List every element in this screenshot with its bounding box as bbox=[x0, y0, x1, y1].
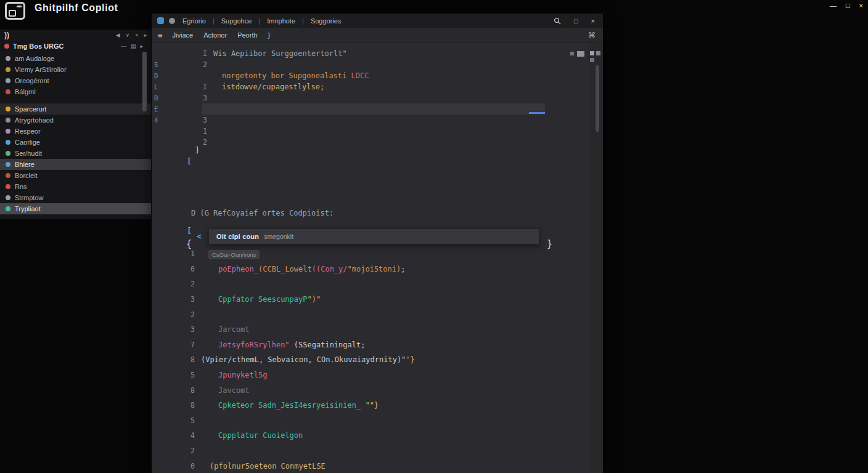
code-line[interactable]: 4Cppplatur Cuoielgon bbox=[152, 428, 589, 443]
code-token: } bbox=[411, 355, 415, 364]
scrollbar-thumb[interactable] bbox=[596, 65, 599, 132]
sidebar-item-label: Trypliaot bbox=[15, 205, 41, 212]
autocomplete-dropdown[interactable]: Oit cipl coun smegonkit bbox=[208, 228, 539, 245]
code-line[interactable]: Dnorgetonty bor Supgonealasti LDCC bbox=[152, 70, 589, 81]
menu-item[interactable]: Peorth bbox=[237, 31, 257, 39]
sidebar-item-label: am Audaloge bbox=[15, 55, 54, 62]
editor-window: Egriorio|Supgohce|Imnphote|Soggories □ ×… bbox=[152, 14, 603, 473]
window-close-button[interactable]: × bbox=[591, 17, 595, 25]
menu-item[interactable]: Actonor bbox=[203, 31, 227, 39]
toolbar-icon[interactable]: ▤ bbox=[131, 43, 136, 49]
item-icon bbox=[6, 151, 10, 156]
screen-minimize-button[interactable]: — bbox=[830, 2, 837, 9]
line-number: 2 bbox=[152, 280, 195, 288]
menu-item[interactable]: } bbox=[268, 31, 271, 39]
item-icon bbox=[6, 162, 10, 167]
sidebar-item[interactable]: Oreogéront bbox=[0, 75, 151, 86]
toolbar-icon[interactable]: ∨ bbox=[126, 32, 130, 38]
line-number: 8 bbox=[152, 401, 195, 410]
code-line[interactable]: LIistdowve/cupagestlylse; bbox=[152, 81, 589, 92]
toolbar-icon[interactable]: ▸ bbox=[144, 32, 147, 38]
search-icon[interactable] bbox=[554, 17, 561, 25]
code-line[interactable]: 1 bbox=[152, 246, 589, 262]
code-token: Jarcomt bbox=[218, 325, 250, 334]
sidebar-item[interactable]: Bhiere bbox=[0, 159, 151, 170]
sidebar-item[interactable]: Rns bbox=[0, 181, 151, 192]
code-line[interactable]: E0 bbox=[152, 103, 589, 115]
window-titlebar: Egriorio|Supgohce|Imnphote|Soggories □ × bbox=[152, 14, 603, 28]
sidebar-item[interactable]: Bálgml bbox=[0, 86, 151, 97]
current-line-highlight bbox=[202, 103, 545, 115]
item-icon bbox=[6, 140, 10, 145]
toolbar-icon[interactable]: ◀ bbox=[116, 32, 120, 38]
sidebar-item[interactable]: Borcleit bbox=[0, 170, 151, 181]
item-icon bbox=[6, 206, 10, 211]
code-line[interactable]: 2 bbox=[152, 277, 589, 292]
item-icon bbox=[6, 118, 10, 123]
code-line[interactable]: 2 bbox=[152, 307, 589, 322]
chevron-icon: < bbox=[197, 232, 202, 241]
code-line[interactable]: 5 bbox=[152, 413, 589, 429]
titlebar-tab[interactable]: Soggories bbox=[311, 17, 342, 25]
code-line[interactable]: 2 bbox=[152, 137, 589, 148]
code-line[interactable]: 2 bbox=[152, 443, 589, 459]
sidebar-item[interactable]: Atrygrtohaod bbox=[0, 115, 151, 126]
sidebar-item[interactable]: Ser/hudit bbox=[0, 148, 151, 159]
code-token: ""} bbox=[365, 401, 379, 410]
window-maximize-button[interactable]: □ bbox=[574, 17, 578, 25]
toolbar-icon[interactable]: ▸ bbox=[140, 43, 143, 49]
code-token: ")" bbox=[308, 295, 321, 304]
sidebar-root-item[interactable]: Tmg Bos URGC —▤▸ bbox=[0, 41, 151, 52]
code-line[interactable]: D3 bbox=[152, 92, 589, 103]
sidebar-item[interactable]: am Audaloge bbox=[0, 53, 151, 64]
screen-close-button[interactable]: × bbox=[859, 2, 863, 9]
code-line[interactable]: 43 bbox=[152, 115, 589, 126]
titlebar-tab[interactable]: Supgohce bbox=[221, 17, 252, 25]
code-line[interactable]: 8Javcomt bbox=[152, 382, 589, 398]
sidebar-item[interactable]: Strmptow bbox=[0, 192, 151, 203]
sidebar-item[interactable]: Sparcerurt bbox=[0, 103, 151, 115]
code-text: Javcomt bbox=[218, 386, 250, 395]
fold-marker: L bbox=[152, 83, 164, 91]
editor-scrollbar-rail[interactable] bbox=[589, 43, 603, 473]
code-text: Wis Aepiibor Surggoentertorlt" bbox=[213, 49, 347, 58]
code-text: norgetonty bor Supgonealasti LDCC bbox=[222, 71, 369, 80]
editor-body[interactable]: IWis Aepiibor Surggoentertorlt"S2Dnorget… bbox=[152, 43, 603, 473]
code-line[interactable]: 7JetsyfoRSrylhen" (SSegatiningalt; bbox=[152, 338, 589, 353]
app-title: Ghitpilhf Copliot bbox=[35, 2, 118, 14]
item-icon bbox=[6, 78, 10, 83]
sidebar-header-icons: ◀∨×▸ bbox=[116, 32, 147, 38]
code-line[interactable]: 1 bbox=[152, 126, 589, 137]
code-line[interactable]: 0poEpheon_(CCBL_Lowelt((Con_y/"mojoi5ton… bbox=[152, 262, 589, 277]
code-line[interactable]: 8(Vpier/cthemL, Sebvaicon, COn.Okuvaiayd… bbox=[152, 352, 589, 368]
item-icon bbox=[6, 56, 10, 61]
toolbar-icon[interactable]: × bbox=[135, 32, 138, 38]
code-block-1: IWis Aepiibor Surggoentertorlt"S2Dnorget… bbox=[152, 48, 589, 148]
titlebar-tab[interactable]: Imnphote bbox=[267, 17, 295, 25]
code-line[interactable]: 0(pfolnur5oeteon ConmyetLSE bbox=[152, 458, 589, 473]
code-line[interactable]: 3Jarcomt bbox=[152, 322, 589, 338]
screen-maximize-button[interactable]: □ bbox=[846, 2, 850, 9]
code-line[interactable]: 3Cppfator SeescunpayP")" bbox=[152, 292, 589, 307]
sidebar-item[interactable]: Respeor bbox=[0, 126, 151, 137]
code-token: Jpunyketl5g bbox=[218, 371, 267, 379]
code-text: (Vpier/cthemL, Sebvaicon, COn.Okuvaiaydr… bbox=[201, 355, 415, 364]
toolbar-icon[interactable]: — bbox=[121, 43, 126, 49]
dropdown-subtitle: smegonkit bbox=[264, 233, 293, 240]
sidebar-scrollbar[interactable] bbox=[142, 52, 147, 111]
code-line[interactable]: 8Cpketeor Sadn_JesI4esryeisinien_ ""} bbox=[152, 398, 589, 413]
sidebar-header-label: )) bbox=[4, 31, 9, 39]
command-icon[interactable]: ⌘ bbox=[588, 31, 597, 39]
sidebar-item-label: Atrygrtohaod bbox=[15, 116, 54, 124]
code-line[interactable]: IWis Aepiibor Surggoentertorlt" bbox=[152, 48, 589, 59]
code-line[interactable]: 5Jpunyketl5g bbox=[152, 368, 589, 383]
titlebar-tab[interactable]: Egriorio bbox=[182, 17, 206, 25]
sidebar-item[interactable]: Viemy ArStlirolior bbox=[0, 64, 151, 75]
code-token: (Vpier/cthemL, Sebvaicon, COn.Okuvaiaydr… bbox=[201, 355, 411, 364]
hamburger-icon[interactable]: ≡ bbox=[158, 31, 163, 40]
code-line[interactable]: S2 bbox=[152, 59, 589, 70]
sidebar-item[interactable]: Caorlige bbox=[0, 137, 151, 148]
code-token: Cppfator SeescunpayP bbox=[218, 295, 308, 304]
sidebar-item[interactable]: Trypliaot bbox=[0, 203, 151, 214]
menu-item[interactable]: Jiviace bbox=[173, 31, 194, 39]
